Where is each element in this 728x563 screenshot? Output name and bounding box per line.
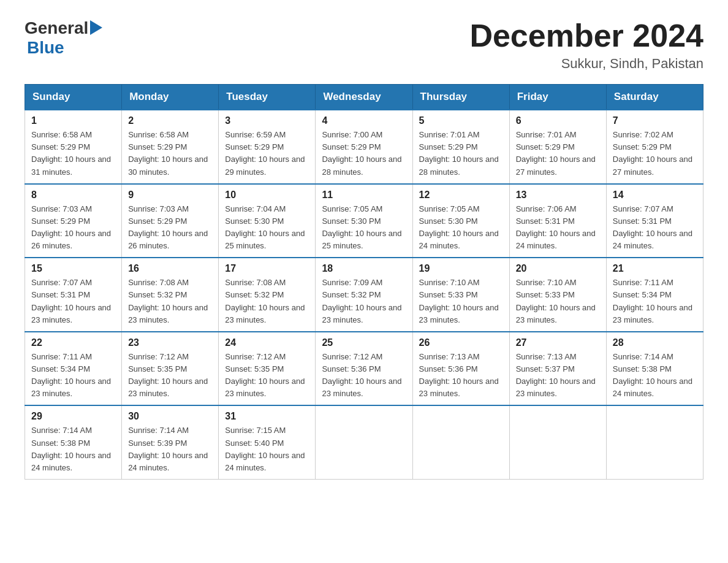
daylight-label: Daylight: 10 hours and 25 minutes. [225,229,305,250]
day-number: 12 [419,190,503,201]
sunset-label: Sunset: 5:34 PM [613,290,672,299]
sunset-label: Sunset: 5:35 PM [225,364,284,373]
sunset-label: Sunset: 5:30 PM [322,216,381,226]
calendar-cell: 12 Sunrise: 7:05 AM Sunset: 5:30 PM Dayl… [412,184,509,258]
sunset-label: Sunset: 5:32 PM [225,290,284,299]
calendar-cell: 4 Sunrise: 7:00 AM Sunset: 5:29 PM Dayli… [316,110,412,184]
calendar-cell: 19 Sunrise: 7:10 AM Sunset: 5:33 PM Dayl… [412,258,509,332]
daylight-label: Daylight: 10 hours and 23 minutes. [419,377,499,398]
sunrise-label: Sunrise: 7:07 AM [31,278,92,287]
day-number: 10 [225,190,309,201]
sunset-label: Sunset: 5:30 PM [419,216,478,226]
day-info: Sunrise: 6:58 AM Sunset: 5:29 PM Dayligh… [31,129,115,178]
day-info: Sunrise: 7:09 AM Sunset: 5:32 PM Dayligh… [322,277,406,326]
sunrise-label: Sunrise: 7:08 AM [225,278,286,287]
day-number: 1 [31,115,115,126]
day-number: 25 [322,337,406,348]
day-info: Sunrise: 7:10 AM Sunset: 5:33 PM Dayligh… [419,277,503,326]
sunset-label: Sunset: 5:31 PM [613,216,672,226]
sunrise-label: Sunrise: 7:10 AM [516,278,577,287]
calendar-cell [412,405,509,479]
day-info: Sunrise: 7:11 AM Sunset: 5:34 PM Dayligh… [31,351,115,400]
calendar-cell: 1 Sunrise: 6:58 AM Sunset: 5:29 PM Dayli… [25,110,122,184]
week-row-4: 22 Sunrise: 7:11 AM Sunset: 5:34 PM Dayl… [25,332,703,406]
calendar-cell [606,405,703,479]
sunset-label: Sunset: 5:30 PM [225,216,284,226]
calendar-cell: 6 Sunrise: 7:01 AM Sunset: 5:29 PM Dayli… [509,110,606,184]
calendar-cell: 28 Sunrise: 7:14 AM Sunset: 5:38 PM Dayl… [606,332,703,406]
day-info: Sunrise: 7:01 AM Sunset: 5:29 PM Dayligh… [419,129,503,178]
day-number: 31 [225,411,309,422]
daylight-label: Daylight: 10 hours and 26 minutes. [31,229,111,250]
day-number: 28 [613,337,697,348]
day-info: Sunrise: 6:58 AM Sunset: 5:29 PM Dayligh… [128,129,212,178]
daylight-label: Daylight: 10 hours and 24 minutes. [31,451,111,472]
sunset-label: Sunset: 5:29 PM [128,216,187,226]
daylight-label: Daylight: 10 hours and 27 minutes. [613,155,692,176]
day-number: 21 [613,263,697,274]
calendar-cell: 15 Sunrise: 7:07 AM Sunset: 5:31 PM Dayl… [25,258,122,332]
day-info: Sunrise: 7:13 AM Sunset: 5:37 PM Dayligh… [516,351,600,400]
daylight-label: Daylight: 10 hours and 28 minutes. [419,155,499,176]
day-number: 30 [128,411,212,422]
day-number: 26 [419,337,503,348]
calendar-cell: 13 Sunrise: 7:06 AM Sunset: 5:31 PM Dayl… [509,184,606,258]
daylight-label: Daylight: 10 hours and 23 minutes. [322,303,401,324]
svg-marker-0 [90,20,102,35]
day-info: Sunrise: 7:06 AM Sunset: 5:31 PM Dayligh… [516,203,600,253]
daylight-label: Daylight: 10 hours and 23 minutes. [225,377,305,398]
day-info: Sunrise: 7:14 AM Sunset: 5:38 PM Dayligh… [613,351,697,400]
sunset-label: Sunset: 5:39 PM [128,439,187,448]
day-number: 19 [419,263,503,274]
daylight-label: Daylight: 10 hours and 24 minutes. [613,377,692,398]
day-info: Sunrise: 7:13 AM Sunset: 5:36 PM Dayligh… [419,351,503,400]
day-info: Sunrise: 7:12 AM Sunset: 5:36 PM Dayligh… [322,351,406,400]
calendar-cell: 26 Sunrise: 7:13 AM Sunset: 5:36 PM Dayl… [412,332,509,406]
day-number: 18 [322,263,406,274]
logo-blue-text: Blue [27,38,64,58]
day-info: Sunrise: 7:02 AM Sunset: 5:29 PM Dayligh… [613,129,697,178]
daylight-label: Daylight: 10 hours and 24 minutes. [613,229,692,250]
daylight-label: Daylight: 10 hours and 23 minutes. [516,377,596,398]
calendar-cell: 29 Sunrise: 7:14 AM Sunset: 5:38 PM Dayl… [25,405,122,479]
day-number: 23 [128,337,212,348]
day-info: Sunrise: 7:05 AM Sunset: 5:30 PM Dayligh… [322,203,406,253]
day-number: 6 [516,115,600,126]
calendar-cell: 10 Sunrise: 7:04 AM Sunset: 5:30 PM Dayl… [219,184,316,258]
sunset-label: Sunset: 5:33 PM [516,290,575,299]
sunrise-label: Sunrise: 7:06 AM [516,204,577,213]
day-info: Sunrise: 7:10 AM Sunset: 5:33 PM Dayligh… [516,277,600,326]
day-info: Sunrise: 7:00 AM Sunset: 5:29 PM Dayligh… [322,129,406,178]
calendar-header-row: Sunday Monday Tuesday Wednesday Thursday… [25,85,703,110]
day-number: 14 [613,190,697,201]
sunrise-label: Sunrise: 7:03 AM [128,204,189,213]
daylight-label: Daylight: 10 hours and 23 minutes. [516,303,596,324]
sunset-label: Sunset: 5:29 PM [419,142,478,151]
calendar-cell [509,405,606,479]
sunset-label: Sunset: 5:31 PM [31,290,90,299]
sunrise-label: Sunrise: 7:05 AM [322,204,382,213]
daylight-label: Daylight: 10 hours and 23 minutes. [31,303,111,324]
sunrise-label: Sunrise: 7:15 AM [225,426,286,435]
sunrise-label: Sunrise: 7:08 AM [128,278,189,287]
daylight-label: Daylight: 10 hours and 24 minutes. [225,451,305,472]
day-info: Sunrise: 7:12 AM Sunset: 5:35 PM Dayligh… [225,351,309,400]
col-wednesday: Wednesday [316,85,412,110]
sunset-label: Sunset: 5:38 PM [31,439,90,448]
day-info: Sunrise: 7:05 AM Sunset: 5:30 PM Dayligh… [419,203,503,253]
sunset-label: Sunset: 5:32 PM [322,290,381,299]
week-row-2: 8 Sunrise: 7:03 AM Sunset: 5:29 PM Dayli… [25,184,703,258]
sunset-label: Sunset: 5:29 PM [31,216,90,226]
sunrise-label: Sunrise: 7:11 AM [613,278,673,287]
day-info: Sunrise: 7:04 AM Sunset: 5:30 PM Dayligh… [225,203,309,253]
daylight-label: Daylight: 10 hours and 24 minutes. [128,451,208,472]
day-info: Sunrise: 7:12 AM Sunset: 5:35 PM Dayligh… [128,351,212,400]
day-info: Sunrise: 7:14 AM Sunset: 5:38 PM Dayligh… [31,424,115,474]
calendar-cell: 17 Sunrise: 7:08 AM Sunset: 5:32 PM Dayl… [219,258,316,332]
sunset-label: Sunset: 5:29 PM [516,142,575,151]
calendar-cell: 5 Sunrise: 7:01 AM Sunset: 5:29 PM Dayli… [412,110,509,184]
sunrise-label: Sunrise: 6:58 AM [128,130,189,139]
col-tuesday: Tuesday [219,85,316,110]
day-number: 8 [31,190,115,201]
daylight-label: Daylight: 10 hours and 23 minutes. [128,377,208,398]
